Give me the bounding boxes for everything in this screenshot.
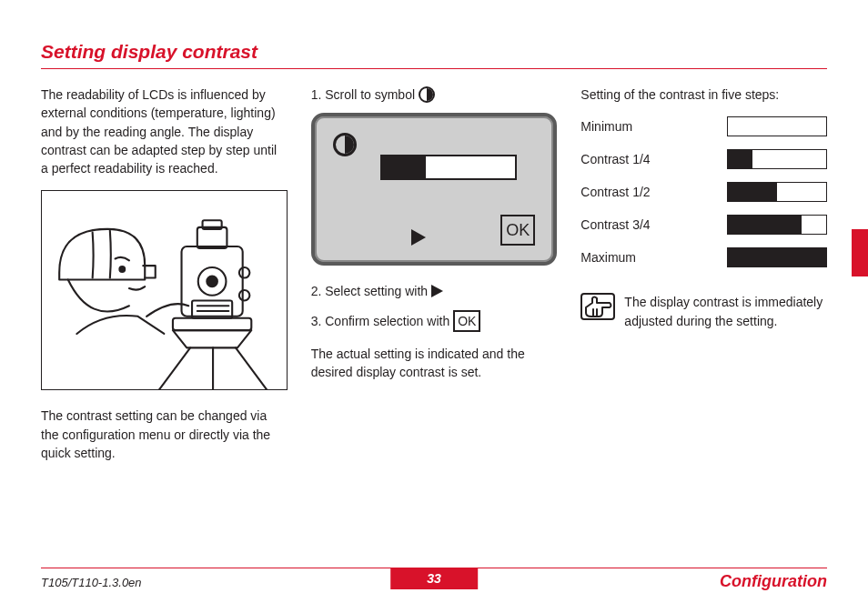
contrast-icon <box>419 86 435 103</box>
svg-line-14 <box>236 348 270 390</box>
contrast-label-1: Contrast 1/4 <box>580 150 727 168</box>
contrast-swatch-3 <box>727 215 827 235</box>
svg-point-0 <box>119 267 125 273</box>
column-1: The readability of LCDs is influenced by… <box>41 85 288 475</box>
page-title: Setting display contrast <box>41 41 827 63</box>
edge-tab <box>852 229 868 276</box>
intro-text: The readability of LCDs is influenced by… <box>41 85 288 177</box>
col3-heading: Setting of the contrast in five steps: <box>580 85 827 104</box>
lcd-arrow-icon <box>411 227 426 246</box>
step-3-text: 3. Confirm selection with <box>311 312 450 330</box>
svg-point-9 <box>239 268 250 279</box>
contrast-swatch-2 <box>727 182 827 202</box>
step-1-text: 1. Scroll to symbol <box>311 85 415 104</box>
ok-inline-icon: OK <box>453 310 480 332</box>
surveyor-svg <box>42 191 287 389</box>
contrast-label-0: Minimum <box>580 117 727 136</box>
footer-doc-id: T105/T110-1.3.0en <box>41 570 142 589</box>
contrast-swatch-4 <box>727 247 827 267</box>
lcd-contrast-bar-fill <box>382 156 426 178</box>
column-2: 1. Scroll to symbol OK 2. Select setting… <box>311 85 558 475</box>
footer-page-number: 33 <box>390 568 478 589</box>
step-2-text: 2. Select setting with <box>311 282 428 300</box>
col2-outro: The actual setting is indicated and the … <box>311 345 558 382</box>
contrast-swatch-1 <box>727 149 827 169</box>
contrast-label-3: Contrast 3/4 <box>580 216 727 234</box>
contrast-label-4: Maximum <box>580 248 727 266</box>
contrast-swatch-0 <box>727 116 827 136</box>
contrast-row-4: Maximum <box>580 247 827 267</box>
lcd-contrast-icon <box>333 133 357 156</box>
title-rule <box>41 68 827 69</box>
pointing-hand-icon <box>580 293 615 330</box>
contrast-row-1: Contrast 1/4 <box>580 149 827 169</box>
step-1: 1. Scroll to symbol <box>311 85 558 104</box>
contrast-row-2: Contrast 1/2 <box>580 182 827 202</box>
svg-point-5 <box>207 276 217 287</box>
lcd-contrast-bar <box>380 155 517 180</box>
step-2: 2. Select setting with <box>311 282 558 300</box>
lcd-ok-button: OK <box>500 215 535 246</box>
svg-rect-2 <box>197 227 227 248</box>
footer: T105/T110-1.3.0en 33 Configuration <box>41 568 827 591</box>
contrast-row-3: Contrast 3/4 <box>580 215 827 235</box>
lcd-display: OK <box>311 113 558 266</box>
arrow-right-icon <box>431 285 443 297</box>
surveyor-figure: T100Z30 <box>41 190 288 390</box>
column-3: Setting of the contrast in five steps: M… <box>580 85 827 475</box>
note-text: The display contrast is immediately adju… <box>624 293 827 330</box>
svg-line-12 <box>156 348 190 390</box>
below-figure-text: The contrast setting can be changed via … <box>41 407 288 462</box>
content-columns: The readability of LCDs is influenced by… <box>41 85 827 475</box>
svg-point-10 <box>239 290 250 301</box>
footer-section: Configuration <box>720 568 827 591</box>
contrast-row-0: Minimum <box>580 116 827 136</box>
step-3: 3. Confirm selection with OK <box>311 310 558 332</box>
contrast-label-2: Contrast 1/2 <box>580 183 727 201</box>
note-block: The display contrast is immediately adju… <box>580 293 827 330</box>
svg-rect-11 <box>173 318 251 330</box>
